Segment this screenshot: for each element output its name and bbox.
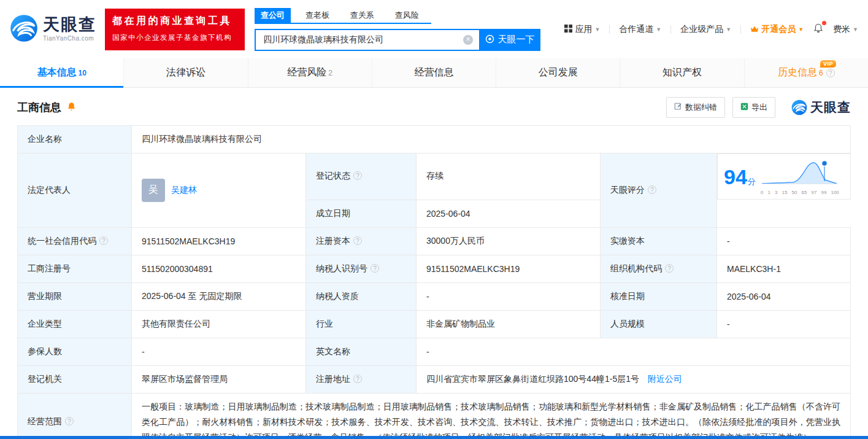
label-industry: 行业 — [306, 310, 417, 338]
nav-enterprise-label: 企业级产品 — [680, 24, 723, 35]
table-row: 企业类型 其他有限责任公司 行业 非金属矿物制品业 人员规模 - — [18, 310, 851, 338]
export-label: 导出 — [751, 102, 767, 113]
label-credit-code: 统一社会信用代码? — [18, 227, 132, 255]
nav-open-vip[interactable]: 开通会员 ▼ — [750, 24, 804, 35]
tab-history-info[interactable]: VIP 历史信息 6 ? — [745, 58, 868, 87]
chevron-down-icon: ▼ — [853, 26, 858, 33]
help-icon[interactable]: ? — [65, 417, 74, 425]
table-row: 企业名称 四川环球微晶玻璃科技有限公司 — [18, 126, 851, 153]
tab-company-development[interactable]: 公司发展 — [496, 58, 620, 87]
export-button[interactable]: 导出 — [732, 97, 775, 118]
table-row: 工商注册号 511502000304891 纳税人识别号? 91511502MA… — [18, 255, 851, 282]
chevron-down-icon: ▼ — [594, 26, 600, 33]
label-insured-count: 参保人数 — [18, 338, 132, 365]
label-company-type: 企业类型 — [18, 310, 132, 338]
table-row: 登记机关 翠屏区市场监督管理局 注册地址? 四川省宜宾市翠屏区象鼻街道红坝路10… — [18, 365, 851, 393]
nearby-companies-link[interactable]: 附近公司 — [648, 374, 682, 384]
score-curve-chart: 0131550659799100 — [761, 158, 839, 195]
value-reg-number: 511502000304891 — [132, 255, 306, 282]
tianyancha-logo-icon — [10, 14, 38, 44]
value-credit-code: 91511502MAELKC3H19 — [132, 227, 306, 255]
search-tab-company[interactable]: 查公司 — [255, 8, 291, 23]
help-icon[interactable]: ? — [826, 69, 835, 77]
search-button-eye-icon — [485, 34, 494, 45]
search-tab-relation[interactable]: 查关系 — [344, 8, 380, 23]
nav-apps[interactable]: 应用 ▼ — [564, 24, 600, 35]
nav-open-vip-label: 开通会员 — [761, 24, 796, 35]
vip-badge: VIP — [820, 60, 836, 68]
help-icon[interactable]: ? — [353, 171, 362, 180]
search-tabs: 查公司 查老板 查关系 查风险 — [255, 8, 431, 24]
label-reg-capital: 注册资本? — [306, 227, 417, 255]
search-tab-boss[interactable]: 查老板 — [299, 8, 336, 23]
help-icon[interactable]: ? — [99, 236, 108, 245]
value-org-code: MAELKC3H-1 — [717, 255, 851, 282]
subscribe-bell-icon[interactable] — [66, 101, 77, 114]
value-approval-date: 2025-06-04 — [717, 282, 851, 310]
label-legal-rep: 法定代表人 — [18, 153, 132, 228]
table-row: 统一社会信用代码? 91511502MAELKC3H19 注册资本? 30000… — [18, 227, 851, 255]
value-company-name: 四川环球微晶玻璃科技有限公司 — [132, 126, 851, 153]
search-button[interactable]: 天眼一下 — [479, 29, 540, 51]
tab-count: 6 — [819, 69, 823, 77]
label-english-name: 英文名称 — [306, 338, 417, 365]
tab-legal-litigation[interactable]: 法律诉讼 — [124, 58, 248, 87]
help-icon[interactable]: ? — [353, 375, 362, 383]
label-company-name: 企业名称 — [18, 126, 132, 153]
banner-line1: 都在用的商业查询工具 — [112, 15, 237, 28]
label-staff-size: 人员规模 — [601, 310, 717, 338]
value-industry: 非金属矿物制品业 — [417, 310, 601, 338]
nav-apps-label: 应用 — [575, 24, 592, 35]
search-button-label: 天眼一下 — [498, 34, 535, 45]
value-reg-status: 存续 — [417, 153, 601, 200]
label-reg-authority: 登记机关 — [18, 365, 132, 393]
logo-title: 天眼查 — [43, 17, 96, 33]
divider — [670, 25, 671, 34]
help-icon[interactable]: ? — [353, 236, 362, 245]
tab-label: 知识产权 — [663, 66, 702, 79]
clear-icon[interactable]: × — [463, 35, 473, 45]
business-info-table: 企业名称 四川环球微晶玻璃科技有限公司 法定代表人 吴 吴建林 登记状态? 存续… — [17, 125, 851, 439]
tab-intellectual-property[interactable]: 知识产权 — [620, 58, 744, 87]
search-input[interactable] — [262, 34, 463, 45]
label-address: 注册地址? — [306, 365, 417, 393]
value-address: 四川省宜宾市翠屏区象鼻街道红坝路100号44幢1-5层1号 附近公司 — [417, 365, 851, 393]
tab-basic-info[interactable]: 基本信息 10 — [0, 58, 124, 87]
tianyancha-logo[interactable]: 天眼查 TianYanCha.com — [10, 14, 96, 44]
table-row: 法定代表人 吴 吴建林 登记状态? 存续 天眼评分? 94分 — [18, 153, 851, 200]
search-tab-risk[interactable]: 查风险 — [389, 8, 425, 23]
value-establish-date: 2025-06-04 — [417, 200, 601, 227]
nav-partner[interactable]: 合作通道 ▼ — [619, 24, 661, 35]
header: 天眼查 TianYanCha.com 都在用的商业查询工具 国家中小企业发展子基… — [0, 0, 868, 58]
bottom-bar — [0, 436, 868, 439]
address-text: 四川省宜宾市翠屏区象鼻街道红坝路100号44幢1-5层1号 — [426, 374, 639, 384]
logo-subtitle: TianYanCha.com — [43, 35, 96, 42]
label-establish-date: 成立日期 — [306, 200, 417, 227]
value-score: 94分 0131550659799100 — [717, 153, 851, 200]
top-nav: 应用 ▼ 合作通道 ▼ 企业级产品 ▼ 开通会员 ▼ 费米 ▼ — [564, 23, 858, 36]
grid-icon — [564, 25, 572, 34]
value-taxpayer-id: 91511502MAELKC3H19 — [417, 255, 601, 282]
tab-operation-risk[interactable]: 经营风险 2 — [248, 58, 372, 87]
chevron-down-icon: ▼ — [798, 26, 804, 33]
tab-operation-info[interactable]: 经营信息 — [372, 58, 496, 87]
label-reg-number: 工商注册号 — [18, 255, 132, 282]
data-correction-button[interactable]: 数据纠错 — [666, 97, 725, 118]
section-header: 工商信息 数据纠错 导出 天眼查 — [0, 88, 868, 125]
nav-user[interactable]: 费米 ▼ — [833, 24, 858, 35]
company-tab-bar: 基本信息 10 法律诉讼 经营风险 2 经营信息 公司发展 知识产权 VIP 历… — [0, 58, 868, 88]
value-english-name: - — [417, 338, 851, 365]
help-icon[interactable]: ? — [665, 264, 674, 273]
legal-rep-link[interactable]: 吴建林 — [171, 185, 197, 196]
nav-enterprise[interactable]: 企业级产品 ▼ — [680, 24, 731, 35]
tab-label: 经营风险 — [287, 66, 326, 79]
help-icon[interactable]: ? — [371, 264, 379, 273]
notification-dot — [822, 21, 826, 25]
nav-user-label: 费米 — [833, 24, 850, 35]
help-icon[interactable]: ? — [648, 185, 656, 194]
notification-bell[interactable] — [813, 23, 824, 36]
chevron-down-icon: ▼ — [656, 26, 661, 33]
search-box: × — [255, 29, 479, 51]
table-row: 经营范围? 一般项目：玻璃制造；日用玻璃制品制造；技术玻璃制品制造；日用玻璃制品… — [18, 393, 851, 439]
score-number: 94 — [724, 165, 747, 188]
